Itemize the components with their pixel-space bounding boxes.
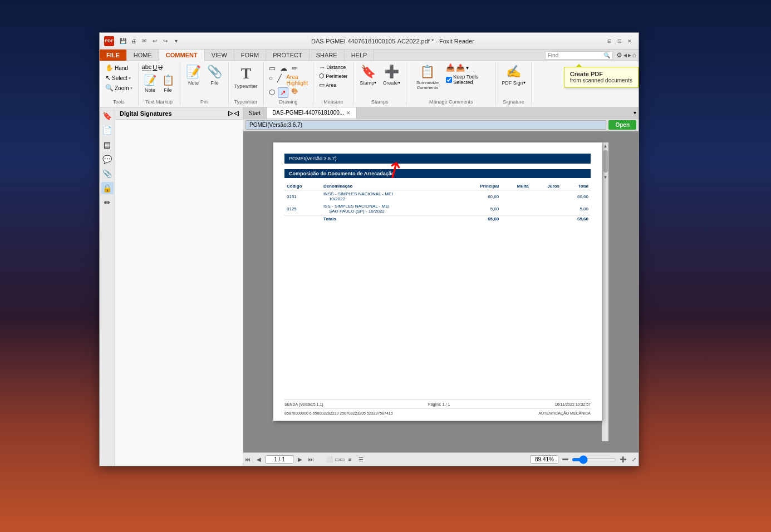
tools-group-items: ✋ Hand ↖ Select ▾ 🔍 Zoom ▾: [103, 63, 135, 98]
note-pin-icon: 📝: [186, 65, 201, 79]
minimize-button[interactable]: ⊟: [605, 37, 614, 46]
note-pin-button[interactable]: 📝 Note: [184, 63, 204, 87]
line-draw-button[interactable]: ╱: [276, 73, 283, 87]
stamp-dropdown[interactable]: ▾: [374, 80, 376, 85]
pencil-draw-button[interactable]: ✏: [290, 63, 299, 73]
strikethrough-icon: U: [158, 64, 163, 71]
polygon-draw-button[interactable]: ⬡: [267, 87, 277, 98]
tab-share[interactable]: SHARE: [310, 50, 345, 61]
restore-button[interactable]: ⊡: [615, 37, 624, 46]
tab-view[interactable]: VIEW: [205, 50, 234, 61]
sidebar-attachments-button[interactable]: 📎: [101, 168, 114, 180]
ribbon-settings-button[interactable]: ⚙: [616, 51, 622, 59]
last-page-button[interactable]: ⏭: [307, 455, 316, 464]
panel-expand-icon[interactable]: ▷: [228, 110, 233, 117]
hand-button[interactable]: ✋ Hand: [103, 63, 135, 72]
pdf-scrollbar[interactable]: ▲ ▼: [602, 142, 608, 441]
keep-tools-checkbox[interactable]: [446, 77, 452, 83]
table-row: 0125 ISS - SIMPLES NACIONAL - MEI SAO PA…: [284, 203, 591, 215]
color-picker-button[interactable]: 🎨: [289, 87, 299, 98]
email-qat-button[interactable]: ✉: [140, 37, 149, 46]
zoom-slider[interactable]: [572, 458, 616, 461]
sidebar-bookmarks-button[interactable]: 🔖: [101, 110, 114, 122]
zoom-input[interactable]: [531, 455, 558, 464]
highlight-area-button[interactable]: AreaHighlight: [284, 73, 310, 87]
single-page-button[interactable]: ⬜: [325, 455, 333, 464]
area-label: Area: [326, 82, 336, 88]
redo-qat-button[interactable]: ↪: [161, 37, 170, 46]
ellipse-icon: ○: [269, 74, 273, 82]
zoom-in-button[interactable]: ➕: [618, 455, 627, 464]
perimeter-button[interactable]: ⬡ Perimeter: [317, 72, 350, 80]
tab-file[interactable]: FILE: [100, 50, 127, 61]
prev-page-button[interactable]: ◀: [254, 455, 263, 464]
tab-comment[interactable]: COMMENT: [159, 50, 205, 61]
file-pin-button[interactable]: 📎 File: [205, 63, 225, 87]
pdf-sign-button[interactable]: ✍ PDF Sign ▾: [499, 63, 528, 87]
area-measure-button[interactable]: ▭ Area: [317, 81, 350, 89]
scroll-button[interactable]: ≡: [346, 455, 355, 464]
ribbon-next-button[interactable]: ▸: [628, 51, 631, 59]
ellipse-draw-button[interactable]: ○: [267, 73, 275, 87]
fit-width-button[interactable]: ⤢: [630, 455, 639, 464]
sidebar-comments-button[interactable]: 💬: [101, 153, 114, 165]
customize-qat-button[interactable]: ▾: [171, 37, 180, 46]
title-bar-left: PDF 💾 🖨 ✉ ↩ ↪ ▾: [104, 36, 180, 46]
open-doc-button[interactable]: Open: [608, 120, 636, 130]
scroll-down-button[interactable]: ▼: [602, 174, 609, 180]
stamp-button[interactable]: 🔖 Stamp ▾: [357, 63, 379, 87]
facing-button[interactable]: ☰: [356, 455, 365, 464]
tab-help[interactable]: HELP: [345, 50, 375, 61]
next-page-button[interactable]: ▶: [296, 455, 305, 464]
scroll-thumb[interactable]: [603, 150, 608, 173]
sidebar-pages-button[interactable]: 📄: [101, 124, 114, 136]
doc-tab[interactable]: DAS-PGMEI-44076181000... ✕: [267, 107, 357, 119]
tab-home[interactable]: HOME: [127, 50, 159, 61]
sidebar-layers-button[interactable]: ▤: [101, 139, 114, 151]
search-input[interactable]: [548, 52, 603, 58]
zoom-button[interactable]: 🔍 Zoom ▾: [103, 83, 135, 92]
two-page-button[interactable]: ▭▭: [335, 455, 344, 464]
note-button[interactable]: 📝 Note: [142, 73, 159, 94]
tab-protect[interactable]: PROTECT: [266, 50, 310, 61]
select-dropdown-icon[interactable]: ▾: [129, 76, 131, 81]
create-dropdown[interactable]: ▾: [398, 80, 400, 85]
ribbon-home-button[interactable]: ⌂: [632, 51, 636, 59]
start-tab[interactable]: Start: [243, 107, 267, 119]
dropdown-icon[interactable]: ▾: [466, 65, 469, 71]
save-qat-button[interactable]: 💾: [119, 37, 127, 46]
measure-group: ↔ Distance ⬡ Perimeter ▭ Area Measure: [313, 62, 353, 106]
tab-list-dropdown[interactable]: ▾: [634, 110, 636, 116]
undo-qat-button[interactable]: ↩: [150, 37, 159, 46]
sidebar-security-button[interactable]: ✏: [101, 196, 114, 209]
tab-form[interactable]: FORM: [234, 50, 266, 61]
zoom-dropdown-icon[interactable]: ▾: [130, 86, 132, 91]
auth-codes: 85870000000 6 656003282230 250708223205 …: [284, 411, 393, 415]
print-qat-button[interactable]: 🖨: [129, 37, 138, 46]
zoom-out-button[interactable]: ➖: [561, 455, 569, 464]
ribbon-prev-button[interactable]: ◂: [623, 51, 627, 59]
first-page-button[interactable]: ⏮: [243, 455, 252, 464]
sidebar-signatures-button[interactable]: 🔒: [101, 182, 114, 194]
cloud-draw-button[interactable]: ☁: [278, 63, 289, 73]
summarize-comments-button[interactable]: 📋 Summarize Comments: [410, 63, 445, 91]
col-principal: Principal: [458, 183, 501, 190]
page-input[interactable]: [266, 455, 293, 464]
scroll-up-button[interactable]: ▲: [602, 142, 609, 149]
pdf-sign-dropdown[interactable]: ▾: [523, 80, 526, 85]
close-button[interactable]: ✕: [625, 37, 634, 46]
typewriter-button[interactable]: T Typewriter: [232, 63, 260, 90]
distance-button[interactable]: ↔ Distance: [317, 63, 350, 71]
select-button[interactable]: ↖ Select ▾: [103, 73, 135, 82]
ribbon-tab-bar: FILE HOME COMMENT VIEW FORM PROTECT SHAR…: [100, 50, 639, 61]
doc-tab-close-button[interactable]: ✕: [346, 110, 351, 116]
file-attach-button[interactable]: 📋 File: [160, 73, 176, 94]
rectangle-draw-button[interactable]: ▭: [267, 63, 277, 73]
arrow-draw-button[interactable]: ↗: [278, 87, 288, 98]
search-icon[interactable]: 🔍: [603, 52, 610, 58]
create-pdf-tooltip: Create PDF from scanned documents: [564, 67, 639, 87]
pdf-section-title: Composição do Documento de Arrecadação: [284, 169, 591, 178]
panel-collapse-icon[interactable]: ◁: [234, 110, 238, 117]
create-button[interactable]: ➕ Create ▾: [380, 63, 402, 87]
pdf-viewer[interactable]: ↗ PGMEI(Versão:3.6.7) Composição do Docu…: [243, 131, 639, 452]
